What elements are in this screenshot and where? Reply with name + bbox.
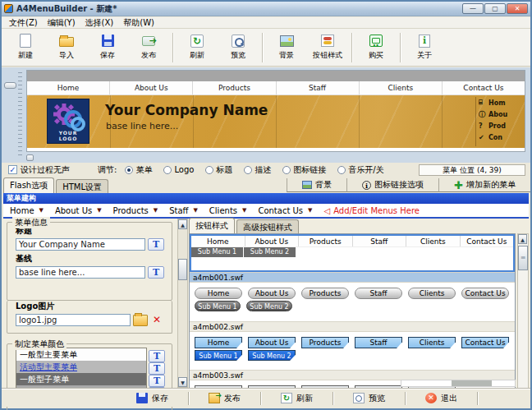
menu-help[interactable]: 帮助(W)	[119, 17, 158, 29]
chevron-down-icon[interactable]: ▼	[154, 207, 158, 214]
tab-button-style[interactable]: 按钮样式	[189, 218, 235, 233]
style-list-scrollbar[interactable]: ▲	[517, 233, 529, 389]
chevron-down-icon[interactable]: ▼	[39, 207, 44, 214]
minimize-button[interactable]: —	[462, 3, 484, 14]
color-font-button[interactable]: T	[149, 375, 165, 387]
menu-colors-group-title: 制定菜单颜色	[12, 339, 66, 350]
side-menu-item[interactable]: ? Prod	[479, 120, 523, 131]
import-button[interactable]: 导入	[46, 30, 87, 65]
icon-link-options-button[interactable]: i 图标链接选项	[346, 178, 438, 192]
preview-button[interactable]: 预览	[218, 30, 259, 65]
title-input[interactable]: Your Company Name	[16, 238, 145, 251]
radio-logo[interactable]: Logo	[163, 165, 194, 174]
color-font-button[interactable]: T	[149, 350, 165, 362]
tab-flash-options[interactable]: Flash选项	[3, 177, 54, 193]
menu-select[interactable]: 选择(X)	[81, 17, 118, 29]
color-row-normal-sub[interactable]: 一般型子菜单	[16, 373, 146, 385]
bottom-refresh-button[interactable]: ↻ 刷新	[261, 391, 332, 406]
bottom-save-button[interactable]: 保存	[117, 391, 188, 406]
remove-logo-button[interactable]: ✕	[150, 314, 163, 326]
preview-menu-item[interactable]: Clients	[360, 81, 443, 94]
save-button[interactable]: 保存	[87, 30, 128, 65]
style-preview-a4mb002[interactable]: Home About Us Products Staff Clients Con…	[190, 283, 515, 321]
menu-preview-canvas[interactable]: Home About Us Products Staff Clients Con…	[26, 70, 525, 152]
left-panel-scrollbar[interactable]: ▲ ▼	[177, 219, 188, 388]
preview-menu-item[interactable]: Contact Us	[443, 81, 525, 94]
baseline-text[interactable]: base line here...	[106, 121, 178, 131]
radio-menu[interactable]: 菜单	[125, 164, 152, 176]
logo-file-input[interactable]: logo1.jpg	[16, 314, 131, 326]
chevron-down-icon[interactable]: ▼	[193, 207, 197, 214]
new-button[interactable]: 新建	[5, 30, 46, 65]
background-button[interactable]: 背景	[266, 30, 307, 65]
company-logo[interactable]: YOUR LOGO	[47, 99, 89, 144]
preview-menu-item[interactable]: Home	[27, 81, 110, 94]
chevron-down-icon[interactable]: ▼	[242, 207, 246, 214]
vertical-position-slider[interactable]	[4, 82, 16, 89]
horizontal-position-slider[interactable]	[26, 154, 34, 161]
silent-checkbox[interactable]: ✓	[8, 165, 17, 174]
background-option-button[interactable]: 背景	[287, 178, 346, 192]
new-document-icon	[17, 34, 34, 48]
bottom-publish-button[interactable]: 发布	[189, 391, 260, 406]
tab-html-settings[interactable]: HTML设置	[56, 179, 108, 193]
publish-button[interactable]: 发布	[128, 30, 169, 65]
silent-label: 设计过程无声	[21, 164, 70, 176]
preview-menu-item[interactable]: Products	[193, 81, 276, 94]
close-button[interactable]: ✕	[507, 3, 528, 14]
scrollbar-thumb[interactable]	[178, 259, 187, 280]
about-button[interactable]: 关于	[404, 30, 445, 65]
title-bar[interactable]: A4MenuBuilder - 新建* — ▢ ✕	[2, 2, 530, 16]
tab-advanced-button-style[interactable]: 高级按钮样式	[236, 219, 299, 233]
color-font-button[interactable]: T	[149, 362, 165, 375]
preview-menu-item[interactable]: About Us	[110, 81, 193, 94]
style3-menu-item: About Us	[248, 337, 296, 348]
menu-file[interactable]: 文件(Z)	[5, 17, 42, 29]
scroll-up-arrow[interactable]: ▲	[178, 219, 187, 229]
side-menu-item[interactable]: ⌸ Hom	[479, 97, 523, 108]
refresh-button[interactable]: ↻ 刷新	[177, 30, 218, 65]
scroll-up-arrow[interactable]: ▲	[518, 234, 527, 244]
builder-menu-clients[interactable]: Clients▼	[209, 206, 247, 215]
company-name-text[interactable]: Your Company Name	[105, 102, 268, 118]
main-toolbar: 新建 导入 保存 发布 ↻ 刷新 预览 背景 按钮样式	[2, 29, 530, 67]
button-style-button[interactable]: 按钮样式	[307, 30, 348, 65]
baseline-font-button[interactable]: T	[148, 266, 164, 279]
style-preview-a4mb003[interactable]: Home About Us Products Staff Clients Con…	[190, 332, 515, 370]
color-row-active-main[interactable]: 活动型主要菜单	[16, 361, 146, 373]
horizontal-scrollbar-thumb[interactable]	[452, 380, 493, 386]
buy-button[interactable]: 购买	[355, 30, 397, 65]
style2-menu-item: Home	[195, 288, 242, 299]
radio-title[interactable]: 标题	[205, 164, 232, 176]
side-menu-item[interactable]: ⓘ Abou	[479, 108, 523, 120]
option-tabs-row: Flash选项 HTML设置 背景 i 图标链接选项 ✚ 增加新的菜单	[2, 177, 530, 193]
style-list[interactable]: Home About Us Products Staff Clients Con…	[189, 233, 516, 389]
bottom-preview-button[interactable]: 预览	[333, 391, 405, 406]
title-font-button[interactable]: T	[148, 238, 164, 251]
builder-menu-home[interactable]: Home▼	[10, 206, 44, 215]
style-filename-label[interactable]: a4mb002.swf	[190, 321, 515, 332]
browse-logo-folder-icon[interactable]	[133, 315, 148, 326]
builder-menu-contact[interactable]: Contact Us▼	[258, 206, 312, 215]
chevron-down-icon[interactable]: ▼	[97, 207, 101, 214]
baseline-input[interactable]: base line here...	[16, 266, 145, 279]
style-preview-a4mb001[interactable]: Home About Us Products Staff Clients Con…	[190, 234, 515, 272]
color-row-normal-main[interactable]: 一般型主要菜单	[16, 348, 146, 361]
style-filename-label[interactable]: a4mb001.swf	[190, 272, 515, 283]
chevron-down-icon[interactable]: ▼	[308, 207, 312, 214]
builder-menu-staff[interactable]: Staff▼	[169, 206, 198, 215]
preview-menu-item[interactable]: Staff	[277, 81, 360, 94]
scroll-down-arrow[interactable]: ▼	[178, 377, 187, 387]
side-menu-item[interactable]: ✔ Con	[479, 131, 523, 143]
radio-icon-link[interactable]: 图标链接	[282, 164, 326, 176]
radio-music-toggle[interactable]: 音乐开/关	[337, 164, 383, 176]
bottom-exit-button[interactable]: ✕ 退出	[406, 391, 477, 406]
maximize-button[interactable]: ▢	[484, 3, 506, 14]
builder-menu-products[interactable]: Products▼	[113, 206, 158, 215]
menu-edit[interactable]: 编辑(Y)	[44, 17, 80, 29]
add-new-menu-button[interactable]: ✚ 增加新的菜单	[438, 178, 530, 192]
builder-menu-about[interactable]: About Us▼	[55, 206, 102, 215]
scrollbar-thumb[interactable]	[518, 246, 528, 270]
radio-description[interactable]: 描述	[244, 164, 271, 176]
horizontal-scrollbar[interactable]	[401, 380, 516, 387]
